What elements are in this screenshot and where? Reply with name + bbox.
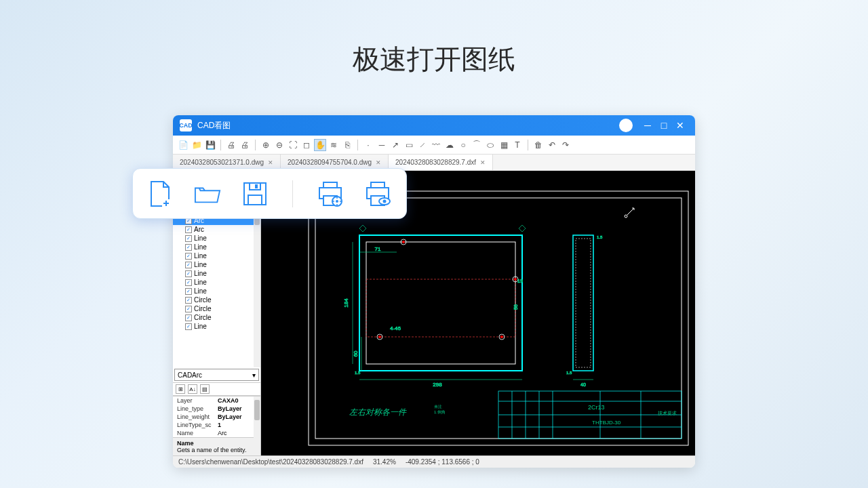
categorize-icon[interactable]: ⊞	[176, 384, 185, 394]
property-row[interactable]: Line_typeByLayer	[173, 405, 260, 413]
layers-icon[interactable]: ≋	[328, 139, 340, 151]
new-file-icon	[146, 180, 174, 207]
line-icon[interactable]: ─	[376, 139, 388, 151]
svg-text:4-46: 4-46	[390, 325, 401, 331]
circle-icon[interactable]: ○	[457, 139, 469, 151]
svg-point-57	[336, 200, 338, 203]
feature-callout	[132, 168, 407, 219]
spline-icon[interactable]: 〰	[430, 139, 442, 151]
tree-item[interactable]: ✓Circle	[173, 304, 260, 313]
tree-item[interactable]: ✓Line	[173, 322, 260, 331]
zoom-in-icon[interactable]: ⊕	[260, 139, 272, 151]
property-row[interactable]: LayerCAXA0	[173, 396, 260, 405]
property-toolbar: ⊞ A↓ ▤	[173, 382, 260, 396]
scrollbar[interactable]	[254, 396, 260, 443]
svg-rect-3	[366, 242, 515, 364]
property-row[interactable]: Line_weightByLayer	[173, 413, 260, 421]
help-panel: Name Gets a name of the entity.	[173, 437, 260, 455]
print-icon	[317, 180, 344, 207]
export-icon[interactable]: ⎘	[341, 139, 353, 151]
svg-point-12	[500, 336, 503, 338]
status-coords: -409.2354 ; 113.6566 ; 0	[406, 458, 479, 466]
delete-icon[interactable]: 🗑	[532, 139, 545, 151]
svg-text:2Cr13: 2Cr13	[588, 404, 605, 411]
svg-text:技术要求: 技术要求	[657, 411, 677, 415]
tree-item[interactable]: ✓Line	[173, 278, 260, 287]
ellipse-icon[interactable]: ⬭	[484, 139, 496, 151]
property-row[interactable]: LineType_sc1	[173, 421, 260, 429]
tree-item[interactable]: ✓Line	[173, 234, 260, 243]
arrow-icon[interactable]: ↗	[389, 139, 401, 151]
block-icon[interactable]: ▦	[498, 139, 510, 151]
arc-icon[interactable]: ⌒	[471, 139, 483, 151]
close-button[interactable]: ✕	[672, 117, 688, 134]
maximize-button[interactable]: □	[656, 117, 672, 134]
tree-item[interactable]: ✓Line	[173, 260, 260, 269]
svg-rect-2	[359, 235, 522, 371]
tree-item[interactable]: ✓Circle	[173, 296, 260, 304]
sort-icon[interactable]: A↓	[188, 384, 197, 394]
titlebar: CAD CAD看图 ─ □ ✕	[173, 115, 695, 136]
tree-item[interactable]: ✓Circle	[173, 313, 260, 322]
svg-text:40: 40	[580, 382, 586, 387]
property-row[interactable]: NameArc	[173, 429, 260, 437]
svg-text:71: 71	[375, 246, 381, 252]
save-icon	[241, 180, 269, 207]
rect-icon[interactable]: ▭	[403, 139, 415, 151]
close-icon[interactable]: ✕	[268, 159, 273, 166]
close-icon[interactable]: ✕	[376, 159, 381, 166]
save-icon[interactable]: 💾	[204, 139, 216, 151]
svg-point-47	[625, 215, 627, 218]
status-path: C:\Users\chenwenan\Desktop\test\20240328…	[178, 458, 363, 466]
app-logo-icon: CAD	[180, 119, 192, 131]
minimize-button[interactable]: ─	[639, 117, 656, 134]
zoom-fit-icon[interactable]: ⛶	[287, 139, 299, 151]
polyline-icon[interactable]: ⟋	[416, 139, 429, 151]
svg-rect-53	[323, 182, 337, 188]
redo-icon[interactable]: ↷	[559, 139, 572, 151]
svg-text:1.5: 1.5	[355, 371, 361, 375]
svg-text:未注: 未注	[434, 404, 442, 409]
avatar[interactable]	[619, 119, 633, 132]
point-icon[interactable]: ·	[362, 139, 374, 151]
new-file-icon[interactable]: 📄	[177, 139, 189, 151]
text-icon[interactable]: T	[511, 139, 524, 151]
svg-point-8	[514, 278, 517, 281]
entity-type-dropdown[interactable]: CADArc▾	[174, 369, 259, 381]
status-zoom: 31.42%	[373, 458, 396, 466]
tree-item[interactable]: ✓Line	[173, 251, 260, 260]
svg-text:298: 298	[433, 382, 442, 388]
print-icon[interactable]: 🖨	[225, 139, 237, 151]
svg-rect-4	[366, 279, 515, 337]
open-folder-icon	[194, 180, 221, 207]
undo-icon[interactable]: ↶	[546, 139, 558, 151]
svg-text:60: 60	[353, 350, 359, 357]
tree-item[interactable]: ✓Line	[173, 243, 260, 251]
svg-rect-58	[371, 182, 384, 188]
pan-icon[interactable]: ✋	[314, 139, 326, 151]
pages-icon[interactable]: ▤	[200, 384, 210, 394]
svg-rect-14	[576, 239, 591, 367]
page-title: 极速打开图纸	[0, 41, 868, 78]
tree-item[interactable]: ✓Arc	[173, 225, 260, 234]
tab-2[interactable]: 20240328083028829.7.dxf✕	[389, 155, 493, 170]
svg-rect-13	[573, 235, 593, 371]
statusbar: C:\Users\chenwenan\Desktop\test\20240328…	[173, 455, 695, 468]
svg-point-10	[378, 336, 381, 338]
properties-panel: LayerCAXA0Line_typeByLayerLine_weightByL…	[173, 396, 260, 437]
print-preview-icon[interactable]: 🖨	[239, 139, 251, 151]
tree-item[interactable]: ✓Line	[173, 287, 260, 296]
close-icon[interactable]: ✕	[480, 159, 486, 166]
svg-text:左右对称各一件: 左右对称各一件	[349, 407, 407, 417]
svg-rect-51	[255, 184, 258, 188]
toolbar: 📄 📁 💾 🖨 🖨 ⊕ ⊖ ⛶ ◻ ✋ ≋ ⎘ · ─ ↗ ▭ ⟋ 〰 ☁ ○ …	[173, 136, 695, 155]
help-name: Name	[177, 440, 256, 447]
tree-item[interactable]: ✓Line	[173, 269, 260, 278]
help-desc: Gets a name of the entity.	[177, 447, 256, 453]
cloud-icon[interactable]: ☁	[443, 139, 456, 151]
open-file-icon[interactable]: 📁	[191, 139, 203, 151]
zoom-window-icon[interactable]: ◻	[300, 139, 313, 151]
svg-text:50: 50	[513, 304, 518, 310]
svg-text:1.5: 1.5	[597, 235, 603, 239]
zoom-out-icon[interactable]: ⊖	[273, 139, 285, 151]
